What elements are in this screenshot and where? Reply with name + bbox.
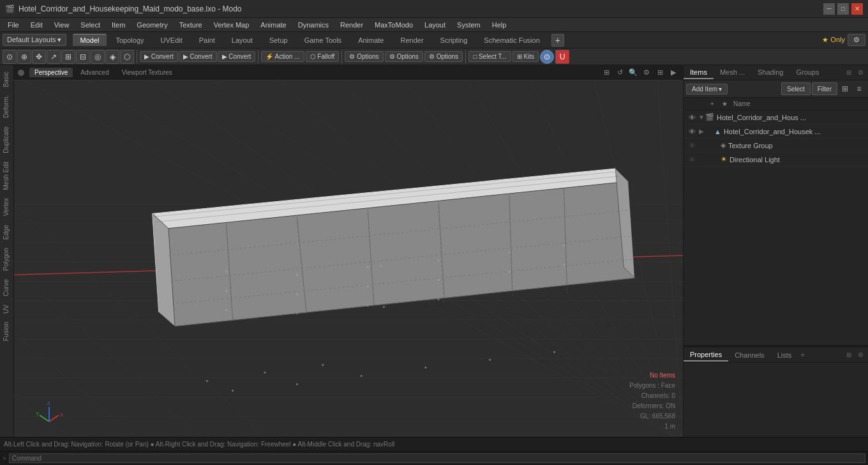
select-button[interactable]: Select — [781, 82, 811, 95]
toolbar-icon-4[interactable]: ↗ — [47, 50, 61, 64]
vp-ctrl-settings[interactable]: ⚙ — [641, 67, 652, 79]
viewport-tab-advanced[interactable]: Advanced — [75, 68, 114, 77]
star-only-label[interactable]: ★ Only — [822, 36, 845, 44]
toolbar-icon-7[interactable]: ◎ — [91, 50, 105, 64]
toolbar-icon-8[interactable]: ◈ — [105, 50, 119, 64]
sidebar-tab-vertex[interactable]: Vertex — [1, 194, 13, 220]
list-item-directional-light[interactable]: 👁 ☀ Directional Light — [684, 153, 868, 167]
options-button-2[interactable]: ⚙ Options — [385, 51, 423, 62]
items-icon-settings[interactable]: ≡ — [853, 82, 865, 95]
layout-dropdown[interactable]: Default Layouts ▾ — [3, 34, 66, 46]
convert-button-3[interactable]: ▶ Convert — [218, 51, 256, 62]
add-item-button[interactable]: Add Item ▾ — [686, 84, 728, 95]
select-t-button[interactable]: □ Select T... — [468, 51, 511, 62]
prop-settings-button[interactable]: ⚙ — [855, 350, 865, 360]
item-eye-directional-light[interactable]: 👁 — [686, 156, 698, 164]
menu-maxtomodo[interactable]: MaxToModo — [370, 20, 418, 30]
item-eye-texture-group[interactable]: 👁 — [686, 142, 698, 149]
maximize-button[interactable]: □ — [837, 3, 849, 15]
prop-maximize-button[interactable]: ⊞ — [844, 350, 854, 360]
tab-uvedit[interactable]: UVEdit — [153, 34, 190, 46]
sidebar-tab-edge[interactable]: Edge — [1, 221, 13, 243]
viewport-canvas[interactable]: X Y Z No Items Polygons : Face Channels:… — [14, 80, 683, 437]
panel-tab-groups[interactable]: Groups — [789, 66, 825, 79]
item-eye-root[interactable]: 👁 — [686, 114, 698, 121]
menu-dynamics[interactable]: Dynamics — [293, 20, 334, 30]
menu-help[interactable]: Help — [487, 20, 512, 30]
menu-texture[interactable]: Texture — [174, 20, 207, 30]
toolbar-circle-icon[interactable]: ⊙ — [540, 50, 554, 64]
tab-layout[interactable]: Layout — [224, 34, 260, 46]
menu-file[interactable]: File — [3, 20, 24, 30]
tab-gametools[interactable]: Game Tools — [297, 34, 350, 46]
panel-settings-button[interactable]: ⚙ — [855, 68, 865, 78]
item-eye-mesh[interactable]: 👁 — [686, 128, 698, 135]
sidebar-tab-fusion[interactable]: Fusion — [1, 318, 13, 345]
item-expand-mesh[interactable]: ▶ — [698, 128, 705, 135]
vp-ctrl-grid[interactable]: ⊞ — [654, 67, 666, 79]
tab-scripting[interactable]: Scripting — [433, 34, 475, 46]
viewport-tab-textures[interactable]: Viewport Textures — [117, 68, 177, 77]
command-input[interactable] — [9, 454, 865, 463]
list-item-mesh[interactable]: 👁 ▶ ▲ Hotel_Corridor_and_Housek ... — [684, 125, 868, 139]
menu-layout[interactable]: Layout — [419, 20, 451, 30]
menu-render[interactable]: Render — [335, 20, 368, 30]
menu-view[interactable]: View — [49, 20, 75, 30]
menu-animate[interactable]: Animate — [255, 20, 291, 30]
tab-add-button[interactable]: + — [551, 34, 564, 47]
minimize-button[interactable]: ─ — [823, 3, 835, 15]
list-item-root[interactable]: 👁 ▼ 🎬 Hotel_Corridor_and_Hous ... — [684, 111, 868, 125]
menu-select[interactable]: Select — [75, 20, 105, 30]
tab-schematic-fusion[interactable]: Schematic Fusion — [476, 34, 547, 46]
options-button-3[interactable]: ⚙ Options — [424, 51, 463, 62]
prop-tab-channels[interactable]: Channels — [728, 349, 770, 361]
toolbar-icon-2[interactable]: ⊕ — [17, 50, 31, 64]
close-button[interactable]: ✕ — [851, 3, 863, 15]
prop-tab-add[interactable]: + — [800, 351, 805, 360]
panel-tab-shading[interactable]: Shading — [751, 66, 789, 79]
action-button[interactable]: ⚡ Action ... — [261, 51, 304, 62]
options-button-1[interactable]: ⚙ Options — [345, 51, 383, 62]
panel-maximize-button[interactable]: ⊞ — [844, 68, 854, 78]
toolbar-icon-1[interactable]: ⊙ — [3, 50, 17, 64]
menu-item[interactable]: Item — [107, 20, 130, 30]
menu-geometry[interactable]: Geometry — [131, 20, 172, 30]
layout-settings-button[interactable]: ⚙ — [848, 34, 865, 46]
menu-vertexmap[interactable]: Vertex Map — [209, 20, 255, 30]
list-item-texture-group[interactable]: 👁 ◈ Texture Group — [684, 139, 868, 153]
toolbar-icon-3[interactable]: ✥ — [32, 50, 46, 64]
tab-model[interactable]: Model — [73, 34, 107, 46]
sidebar-tab-basic[interactable]: Basic — [1, 68, 13, 91]
falloff-button[interactable]: ⬡ Falloff — [306, 51, 340, 62]
sidebar-tab-deform[interactable]: Deform. — [1, 91, 13, 122]
sidebar-tab-meshedit[interactable]: Mesh Edit — [1, 158, 13, 194]
items-icon-expand[interactable]: ⊞ — [839, 82, 851, 95]
toolbar-icon-6[interactable]: ⊟ — [76, 50, 90, 64]
convert-button-2[interactable]: ▶ Convert — [179, 51, 217, 62]
sidebar-tab-curve[interactable]: Curve — [1, 275, 13, 300]
toolbar-u-button[interactable]: U — [555, 50, 569, 64]
item-expand-root[interactable]: ▼ — [698, 114, 705, 121]
kits-button[interactable]: ⊞ Kits — [513, 51, 539, 62]
vp-ctrl-play[interactable]: ▶ — [668, 67, 679, 79]
items-list[interactable]: 👁 ▼ 🎬 Hotel_Corridor_and_Hous ... 👁 ▶ ▲ … — [684, 111, 868, 345]
sidebar-tab-polygon[interactable]: Polygon — [1, 244, 13, 275]
vp-ctrl-frame[interactable]: ⊞ — [601, 67, 612, 79]
menu-system[interactable]: System — [452, 20, 486, 30]
tab-render[interactable]: Render — [393, 34, 431, 46]
toolbar-icon-5[interactable]: ⊞ — [61, 50, 75, 64]
filter-button[interactable]: Filter — [812, 82, 837, 95]
panel-tab-mesh[interactable]: Mesh ... — [714, 66, 751, 79]
toolbar-icon-9[interactable]: ⬡ — [120, 50, 134, 64]
tab-setup[interactable]: Setup — [262, 34, 296, 46]
menu-edit[interactable]: Edit — [26, 20, 48, 30]
sidebar-tab-duplicate[interactable]: Duplicate — [1, 123, 13, 157]
vp-ctrl-rotate[interactable]: ↺ — [614, 67, 625, 79]
sidebar-tab-uv[interactable]: UV — [1, 301, 13, 317]
prop-tab-lists[interactable]: Lists — [771, 349, 798, 361]
tab-paint[interactable]: Paint — [191, 34, 223, 46]
prop-tab-properties[interactable]: Properties — [684, 349, 728, 362]
viewport-tab-perspective[interactable]: Perspective — [29, 68, 73, 77]
viewport-area[interactable]: Perspective Advanced Viewport Textures ⊞… — [14, 65, 683, 437]
vp-ctrl-zoom[interactable]: 🔍 — [627, 67, 639, 79]
